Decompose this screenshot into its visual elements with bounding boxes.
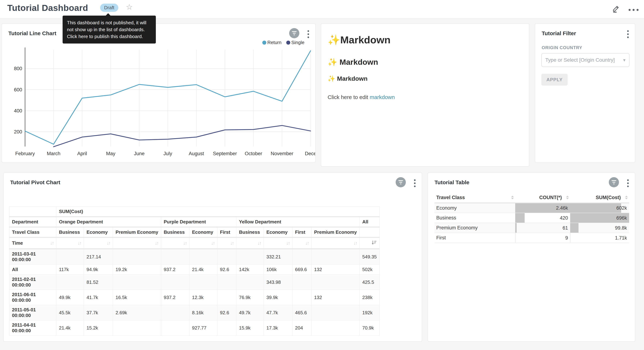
kebab-menu-icon[interactable] xyxy=(627,30,629,39)
col-header-travel-class[interactable]: Travel Class xyxy=(434,192,515,203)
pivot-cell: 549.35 xyxy=(360,249,380,264)
table-row: Economy2.46k602k xyxy=(434,203,629,213)
pivot-cell: 76.9k xyxy=(236,290,264,305)
sort-icon[interactable]: ↓↑ xyxy=(230,240,234,246)
edit-pencil-icon[interactable] xyxy=(612,4,620,13)
pivot-col-header xyxy=(360,227,380,238)
legend-dot-icon xyxy=(262,40,266,44)
pivot-time-label: Time↓↑ xyxy=(9,238,56,249)
origin-country-select[interactable]: Type or Select [Origin Country] ▾ xyxy=(541,53,630,67)
svg-text:800: 800 xyxy=(14,66,22,71)
sort-icon[interactable]: ↓↑ xyxy=(183,240,187,246)
pivot-sort-cell: ↓↑ xyxy=(56,238,84,249)
pivot-class-row: Travel ClassBusinessEconomyPremium Econo… xyxy=(9,227,380,238)
pivot-cell: 425.5 xyxy=(360,274,380,290)
pivot-cell xyxy=(217,320,236,336)
apply-button[interactable]: APPLY xyxy=(541,74,568,86)
pivot-data-row: 2011-03-01 00:00:00217.14332.21549.35 xyxy=(9,249,380,264)
pivot-cell: 92.6 xyxy=(217,305,236,320)
pivot-cell xyxy=(161,274,190,290)
star-icon[interactable]: ☆ xyxy=(126,2,133,12)
filter-indicator-icon[interactable] xyxy=(396,177,406,187)
pivot-cell xyxy=(312,274,360,290)
sort-icon[interactable]: ↓↑ xyxy=(155,240,158,246)
pivot-cell: 106k xyxy=(264,264,292,274)
kebab-menu-icon[interactable] xyxy=(627,179,629,188)
legend-item-single[interactable]: Single xyxy=(286,40,304,45)
markdown-card: ✨Markdown ✨ Markdown ✨ Markdown Click he… xyxy=(321,24,529,167)
pivot-cell xyxy=(217,274,236,290)
ellipsis-menu-icon[interactable] xyxy=(628,6,638,11)
markdown-paragraph-text: Click here to edit xyxy=(328,94,370,100)
pivot-cell: 19.2k xyxy=(113,264,161,274)
pivot-col-header: Business xyxy=(56,227,84,238)
col-header-count[interactable]: COUNT(*) xyxy=(515,192,570,203)
pivot-cell xyxy=(113,249,161,264)
sort-icon[interactable]: ↓↑ xyxy=(258,240,261,246)
pivot-cell: 37.7k xyxy=(84,305,113,320)
pivot-chart-title: Tutorial Pivot Chart xyxy=(10,179,60,186)
pivot-group-header: Yellow Department xyxy=(236,217,360,227)
sort-icon[interactable]: ↓↑ xyxy=(354,240,357,246)
filter-indicator-icon[interactable] xyxy=(609,177,619,187)
pivot-cell xyxy=(56,249,84,264)
pivot-row-header: 2011-04-01 00:00:00 xyxy=(9,320,56,336)
pivot-cell: 47.7k xyxy=(264,305,292,320)
dashboard-page: Tutorial Dashboard Draft ☆ This dashboar… xyxy=(0,0,644,350)
pivot-sort-cell: ↓↑ xyxy=(217,238,236,249)
pivot-data-row: 2011-04-01 00:00:0021.4k15.2k927.7715.9k… xyxy=(9,320,380,336)
pivot-cell: 192k xyxy=(360,305,380,320)
pivot-sort-cell: ↓↑ xyxy=(161,238,190,249)
svg-text:200: 200 xyxy=(14,129,22,134)
pivot-data-row: 2011-05-01 00:00:0045.5k37.7k2.69k8.16k9… xyxy=(9,305,380,320)
line-chart-legend: ReturnSingle xyxy=(262,40,304,45)
sort-icon[interactable]: ↓↑ xyxy=(78,240,81,246)
sort-icon[interactable]: ↓↑ xyxy=(107,240,110,246)
pivot-data-row: 2011-02-01 00:00:0081.52343.98425.5 xyxy=(9,274,380,290)
pivot-sort-cell xyxy=(360,238,380,249)
sort-caret-icon[interactable] xyxy=(566,196,569,199)
kebab-menu-icon[interactable] xyxy=(414,179,416,188)
pivot-sort-cell: ↓↑ xyxy=(312,238,360,249)
svg-text:October: October xyxy=(245,151,262,156)
col-header-sum[interactable]: SUM(Cost) xyxy=(570,192,629,203)
pivot-cell xyxy=(236,249,264,264)
sum-bar xyxy=(570,223,578,233)
sort-caret-icon[interactable] xyxy=(511,196,514,199)
markdown-paragraph: Click here to edit markdown xyxy=(328,94,529,100)
sort-descending-icon[interactable] xyxy=(371,240,377,246)
pivot-sort-cell: ↓↑ xyxy=(113,238,161,249)
legend-item-return[interactable]: Return xyxy=(262,40,282,45)
sort-icon[interactable]: ↓↑ xyxy=(286,240,290,246)
pivot-cell: 45.5k xyxy=(56,305,84,320)
pivot-col-header: Business xyxy=(236,227,264,238)
sort-icon[interactable]: ↓↑ xyxy=(50,240,54,246)
pivot-cell: 238k xyxy=(360,290,380,305)
cell-sum: 99.8k xyxy=(570,223,629,233)
pivot-cell: 204 xyxy=(292,320,312,336)
data-table: Travel ClassCOUNT(*)SUM(Cost)Economy2.46… xyxy=(434,192,629,243)
pivot-cell xyxy=(292,274,312,290)
markdown-edit-link[interactable]: markdown xyxy=(370,94,395,100)
pivot-cell xyxy=(161,305,190,320)
pivot-cell: 94.9k xyxy=(84,264,113,274)
cell-count: 61 xyxy=(515,223,570,233)
pivot-cell xyxy=(236,274,264,290)
pivot-data-row: All117k94.9k19.2k937.221.4k92.6142k106k6… xyxy=(9,264,380,274)
draft-badge[interactable]: Draft xyxy=(100,4,118,12)
cell-travel-class: First xyxy=(434,233,515,243)
pivot-col-header: Business xyxy=(161,227,190,238)
sort-icon[interactable]: ↓↑ xyxy=(211,240,214,246)
sort-caret-icon[interactable] xyxy=(625,196,628,199)
pivot-cell: 332.21 xyxy=(264,249,292,264)
cell-count: 2.46k xyxy=(515,203,570,213)
pivot-cell xyxy=(312,305,360,320)
svg-text:600: 600 xyxy=(14,87,22,92)
pivot-cell xyxy=(56,274,84,290)
sort-icon[interactable]: ↓↑ xyxy=(305,240,309,246)
cell-sum: 1.71k xyxy=(570,233,629,243)
select-placeholder: Type or Select [Origin Country] xyxy=(545,57,615,63)
pivot-cell xyxy=(292,249,312,264)
pivot-cell: 12.3k xyxy=(190,290,217,305)
pivot-row-dim-label: Department xyxy=(9,217,56,227)
